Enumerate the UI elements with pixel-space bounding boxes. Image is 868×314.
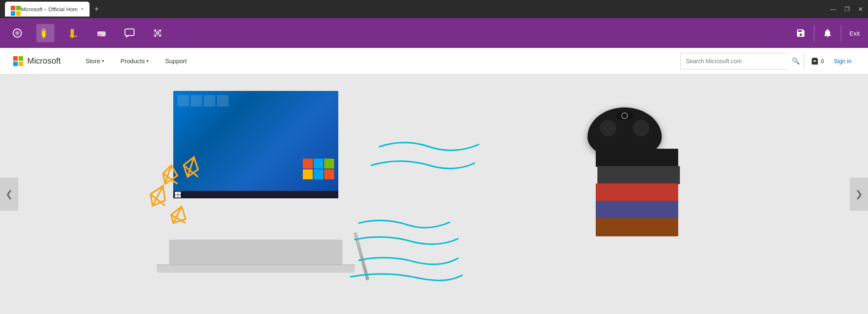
nav-products-label: Products [120,57,145,64]
nav-support[interactable]: Support [157,48,195,74]
svg-point-14 [154,34,156,37]
tab-title: Microsoft – Official Hom [21,6,78,12]
svg-rect-7 [70,36,77,37]
hero-content: ❮ ❯ [0,74,868,314]
windows-start [175,192,181,197]
search-bar[interactable]: 🔍 [680,53,804,69]
search-button[interactable]: 🔍 [788,53,804,69]
logo-grid [13,56,23,66]
svg-point-13 [159,29,161,32]
surface-pen [354,232,370,281]
book-1 [596,149,678,167]
laptop-base [157,264,355,273]
nav-products[interactable]: Products ▾ [112,48,157,74]
browser-window-controls: — ❐ ✕ [830,6,863,12]
windows-icons [177,95,229,107]
navbar: Microsoft Store ▾ Products ▾ Support 🔍 0… [0,48,868,74]
nav-store[interactable]: Store ▾ [77,48,112,74]
annotation-right-actions: Exit [796,25,860,41]
browser-chrome: Microsoft – Official Hom × + — ❐ ✕ [0,0,868,18]
cart-icon [811,57,819,65]
book-2 [597,166,680,184]
svg-rect-5 [71,29,74,36]
cart-button[interactable]: 0 [804,57,830,65]
maximize-button[interactable]: ❐ [844,6,850,12]
controller-left-stick [600,120,616,136]
nav-products-chevron: ▾ [146,59,149,63]
pen-tool[interactable] [36,24,54,42]
tab-favicon [11,6,17,12]
laptop-screen [173,91,338,198]
cart-count: 0 [821,58,824,64]
svg-rect-10 [125,29,134,36]
microsoft-logo[interactable]: Microsoft [13,56,61,66]
browser-tab[interactable]: Microsoft – Official Hom × [5,2,90,17]
books-stack [596,149,686,273]
carousel-next-icon: ❯ [855,189,863,200]
clipart-tool[interactable] [149,24,167,42]
svg-point-1 [15,31,19,35]
comment-tool[interactable] [120,24,139,42]
save-button[interactable] [796,28,806,38]
book-4 [596,201,678,219]
close-window-button[interactable]: ✕ [858,6,863,12]
touch-tool[interactable] [8,24,26,42]
book-3 [596,183,678,202]
book-5 [596,218,678,236]
minimize-button[interactable]: — [830,6,836,12]
annotation-toolbar: Exit [0,18,868,48]
tab-close-button[interactable]: × [81,6,84,12]
controller-right-stick [633,120,649,136]
highlighter-tool[interactable] [64,24,83,42]
windows-tiles [303,159,334,190]
nav-store-label: Store [85,57,100,64]
carousel-next-button[interactable]: ❯ [850,178,868,211]
carousel-prev-button[interactable]: ❮ [0,178,18,211]
signin-link[interactable]: Sign in [830,58,855,64]
eraser-tool[interactable] [92,24,111,42]
svg-rect-4 [42,29,45,31]
nav-support-label: Support [165,57,187,64]
controller-x-button [621,112,628,119]
search-input[interactable] [681,53,787,69]
carousel-prev-icon: ❮ [5,189,13,200]
controller-guide [616,112,633,120]
svg-rect-9 [97,34,101,36]
exit-button[interactable]: Exit [849,30,860,37]
toolbar-divider [814,25,814,41]
windows-taskbar [173,191,338,198]
laptop-image [157,91,371,289]
svg-point-12 [154,29,156,32]
hero-section: ❮ ❯ [0,74,868,314]
windows-display [173,91,338,198]
svg-marker-3 [42,36,45,38]
ink-annotations [0,74,868,314]
svg-point-15 [159,34,161,37]
laptop-keyboard [169,240,342,264]
toolbar-divider-2 [841,25,841,41]
nav-store-chevron: ▾ [102,59,104,63]
logo-text: Microsoft [27,56,61,66]
new-tab-button[interactable]: + [94,5,99,14]
share-button[interactable] [823,28,833,38]
